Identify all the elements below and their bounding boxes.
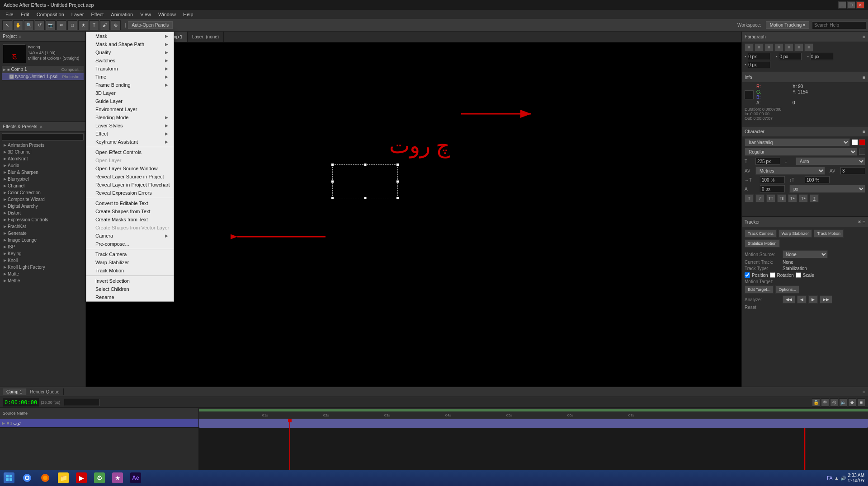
menu-composition[interactable]: Composition — [33, 11, 68, 18]
effects-3d-channel[interactable]: ▶3D Channel — [0, 149, 85, 155]
workspace-dropdown[interactable]: Motion Tracking ▾ — [766, 21, 809, 29]
btn-all-caps[interactable]: TT — [766, 194, 775, 202]
ctx-reveal-layer-flowchart[interactable]: Reveal Layer in Project Flowchart — [86, 181, 174, 189]
effects-atomkraft[interactable]: ▶AtomKraft — [0, 155, 85, 162]
handle-bm[interactable] — [364, 197, 366, 199]
font-size-input[interactable] — [755, 158, 780, 165]
playhead[interactable] — [289, 419, 290, 478]
ctx-frame-blending[interactable]: Frame Blending ▶ — [86, 81, 174, 89]
align-left[interactable]: ≡ — [745, 43, 754, 51]
ctx-time[interactable]: Time ▶ — [86, 73, 174, 81]
menu-view[interactable]: View — [137, 11, 155, 18]
toolbar-rotate[interactable]: ↺ — [35, 20, 45, 30]
toolbar-zoom[interactable]: 🔍 — [24, 20, 34, 30]
handle-tr[interactable] — [396, 164, 399, 166]
edit-target-btn[interactable]: Edit Target... — [745, 285, 774, 294]
taskbar-ae[interactable]: Ae — [127, 471, 145, 485]
effects-mettle[interactable]: ▶Mettle — [0, 277, 85, 284]
info-menu[interactable]: ≡ — [863, 75, 865, 80]
taskbar-media[interactable]: ▶ — [72, 471, 90, 485]
analyze-next-btn[interactable]: ▶ — [808, 295, 818, 304]
menu-help[interactable]: Help — [179, 11, 197, 18]
align-justify[interactable]: ≡ — [774, 43, 783, 51]
ctx-blending-mode[interactable]: Blending Mode ▶ — [86, 113, 174, 122]
btn-super[interactable]: T+ — [788, 194, 797, 202]
effects-digital-anarchy[interactable]: ▶Digital Anarchy — [0, 203, 85, 210]
handle-bl[interactable] — [331, 197, 334, 199]
taskbar-app2[interactable]: ★ — [108, 471, 127, 485]
effects-knoll-light-factory[interactable]: ▶Knoll Light Factory — [0, 264, 85, 271]
align-center[interactable]: ≡ — [755, 43, 764, 51]
toolbar-puppet[interactable]: ⊕ — [111, 20, 121, 30]
taskbar-chrome[interactable] — [18, 471, 36, 485]
tl-toggle-visibility[interactable]: 👁 — [821, 398, 829, 407]
timeline-search[interactable] — [64, 399, 100, 406]
warp-stabilizer-btn[interactable]: Warp Stabilizer — [778, 229, 812, 238]
tl-tab-comp1[interactable]: Comp 1 — [3, 388, 26, 395]
char-swap-colors[interactable] — [859, 149, 865, 155]
ctx-mask-shape-path[interactable]: Mask and Shape Path ▶ — [86, 40, 174, 48]
tl-toggle-lock[interactable]: 🔒 — [812, 398, 820, 407]
analyze-back-btn[interactable]: ◀◀ — [783, 295, 795, 304]
tracking-input[interactable] — [840, 167, 865, 174]
toolbar-camera[interactable]: 📷 — [46, 20, 56, 30]
effects-color-correction[interactable]: ▶Color Correction — [0, 189, 85, 196]
tsumi-dropdown[interactable]: px — [789, 185, 865, 193]
tl-color-label[interactable]: ■ — [857, 398, 865, 407]
align-left-rtl[interactable]: ≡ — [804, 43, 813, 51]
menu-layer[interactable]: Layer — [68, 11, 88, 18]
taskbar-files[interactable]: 📁 — [54, 471, 72, 485]
ctx-environment-layer[interactable]: Environment Layer — [86, 105, 174, 113]
effects-matte[interactable]: ▶Matte — [0, 271, 85, 277]
handle-tl[interactable] — [331, 164, 334, 166]
tl-toggle-audio[interactable]: 🔈 — [839, 398, 847, 407]
taskbar-start[interactable] — [0, 471, 18, 485]
effects-blurrypixel[interactable]: ▶Blurrypixel — [0, 176, 85, 182]
analyze-forward-btn[interactable]: ▶▶ — [820, 295, 832, 304]
handle-br[interactable] — [396, 197, 399, 199]
handle-ml[interactable] — [331, 180, 334, 182]
taskbar-app1[interactable]: ⚙ — [90, 471, 108, 485]
btn-italic[interactable]: T — [755, 194, 764, 202]
effects-animation-presets[interactable]: ▶Animation Presets — [0, 142, 85, 149]
auto-open-panels[interactable]: Auto-Open Panels — [128, 21, 173, 29]
menu-animation[interactable]: Animation — [107, 11, 137, 18]
toolbar-shape[interactable]: ★ — [78, 20, 88, 30]
taskbar-firefox[interactable] — [36, 471, 54, 485]
stabilize-motion-btn[interactable]: Stabilize Motion — [745, 239, 780, 248]
ctx-open-layer-source[interactable]: Open Layer Source Window — [86, 164, 174, 173]
baseline-input[interactable] — [760, 185, 785, 192]
paragraph-menu[interactable]: ≡ — [863, 34, 865, 39]
ctx-invert-selection[interactable]: Invert Selection — [86, 277, 174, 285]
effects-knoll[interactable]: ▶Knoll — [0, 257, 85, 264]
effects-frachkat[interactable]: ▶FrachKat — [0, 223, 85, 230]
btn-bold[interactable]: T — [745, 194, 754, 202]
style-dropdown[interactable]: Regular — [745, 148, 857, 156]
tl-tab-render[interactable]: Render Queue — [26, 388, 64, 395]
font-dropdown[interactable]: IranNastaliq — [745, 138, 850, 146]
ctx-guide-layer[interactable]: Guide Layer — [86, 97, 174, 105]
tab-layer-none[interactable]: Layer: (none) — [188, 32, 224, 42]
ctx-transform[interactable]: Transform ▶ — [86, 65, 174, 73]
leading-dropdown[interactable]: Auto — [796, 157, 865, 165]
track-camera-btn[interactable]: Track Camera — [745, 229, 777, 238]
ctx-track-motion[interactable]: Track Motion — [86, 266, 174, 275]
menu-edit[interactable]: Edit — [17, 11, 33, 18]
effects-image-lounge[interactable]: ▶Image Lounge — [0, 237, 85, 243]
toolbar-select[interactable]: ↖ — [2, 20, 12, 30]
character-menu[interactable]: ≡ — [863, 129, 865, 134]
ctx-layer-styles[interactable]: Layer Styles ▶ — [86, 122, 174, 130]
effects-channel[interactable]: ▶Channel — [0, 182, 85, 189]
ctx-warp-stabilizer[interactable]: Warp Stabilizer — [86, 258, 174, 266]
ctx-3d-layer[interactable]: 3D Layer — [86, 89, 174, 97]
para-space-after[interactable] — [748, 61, 770, 68]
search-help-input[interactable] — [812, 21, 866, 29]
menu-window[interactable]: Window — [155, 11, 179, 18]
ctx-create-masks-text[interactable]: Create Masks from Text — [86, 215, 174, 224]
effects-expression-controls[interactable]: ▶Expression Controls — [0, 216, 85, 223]
maximize-btn[interactable]: □ — [847, 1, 855, 9]
effects-composite-wizard[interactable]: ▶Composite Wizard — [0, 196, 85, 203]
minimize-btn[interactable]: _ — [838, 1, 846, 9]
scale-checkbox[interactable] — [796, 272, 801, 278]
para-space-before[interactable] — [811, 53, 833, 60]
